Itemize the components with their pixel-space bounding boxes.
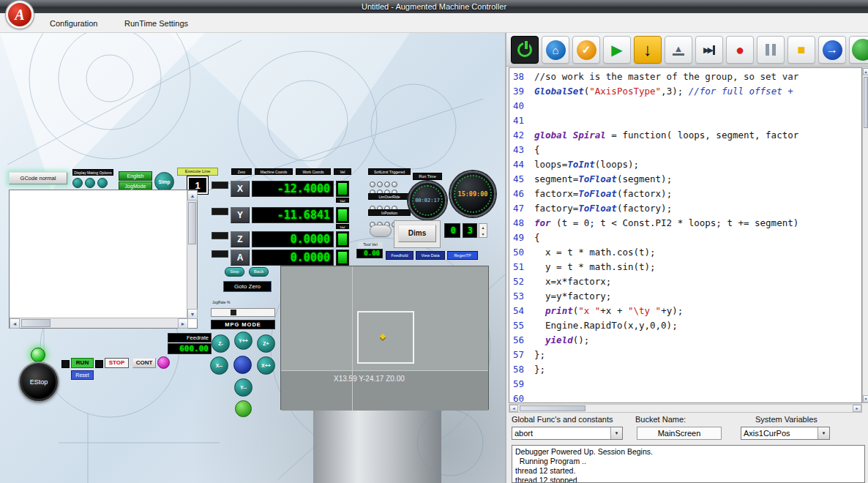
power-button[interactable] xyxy=(511,36,539,64)
scroll-left-icon[interactable]: ◄ xyxy=(509,405,518,412)
code-line[interactable]: 41 xyxy=(509,113,861,128)
code-line[interactable]: 40 xyxy=(509,99,861,113)
axis-zero-button[interactable] xyxy=(212,208,228,215)
goto-zero-button[interactable]: Goto Zero xyxy=(223,281,272,292)
sysvars-dropdown[interactable]: Axis1CurPos ▼ xyxy=(741,427,830,440)
toolpath-viewport[interactable]: X13.59 Y-24.17 Z0.00 xyxy=(280,266,489,410)
code-line[interactable]: 55 Engine.RapidTo(x,y,0,0); xyxy=(509,318,861,333)
next-button[interactable]: → xyxy=(818,36,846,64)
axis-x-button[interactable]: X xyxy=(231,181,250,197)
counter-spinner[interactable]: ▲▼ xyxy=(479,223,487,238)
scroll-down-icon[interactable]: ▼ xyxy=(863,395,868,402)
code-line[interactable]: 38//so work is the master of the group, … xyxy=(509,70,861,84)
slider-handle[interactable] xyxy=(231,310,236,315)
code-line[interactable]: 54 print("x "+x + "\ty "+y); xyxy=(509,304,861,318)
code-line[interactable]: 58}; xyxy=(509,362,861,377)
debugger-log[interactable]: Debugger Powered Up. Session Begins. Run… xyxy=(512,445,865,483)
code-line[interactable]: 48for (t = 0; t < Const.PI2 * loops; t +… xyxy=(509,216,861,231)
oval-button[interactable] xyxy=(370,225,392,237)
continue-button[interactable]: CONT xyxy=(132,358,156,368)
view-data-button[interactable]: View Data xyxy=(416,251,445,260)
jog-aux-button[interactable] xyxy=(235,400,252,417)
scroll-left-icon[interactable]: ◄ xyxy=(10,318,20,329)
scroll-up-icon[interactable]: ▲ xyxy=(863,68,868,75)
axis-y-button[interactable]: Y xyxy=(231,207,250,223)
run-button[interactable]: RUN xyxy=(71,358,94,368)
code-horizontal-scrollbar[interactable]: ◄ ► xyxy=(509,404,862,413)
stop-button[interactable]: STOP xyxy=(105,358,129,368)
code-line[interactable]: 47factory=ToFloat(factory); xyxy=(509,201,861,216)
axis-zero-button[interactable] xyxy=(212,232,228,239)
code-line[interactable]: 51 y = t * math.sin(t); xyxy=(509,260,861,274)
down-button[interactable]: ↓ xyxy=(634,36,662,64)
estop-button[interactable]: EStop xyxy=(20,363,58,401)
chevron-down-icon[interactable]: ▼ xyxy=(610,427,622,439)
dro-header-zero[interactable]: Zero xyxy=(231,168,252,175)
code-line[interactable]: 39GlobalSet("AxisPosType",3); //for full… xyxy=(509,84,861,99)
code-line[interactable]: 42global Spiral = function( loops, segme… xyxy=(509,128,861,143)
scrollbar-thumb[interactable] xyxy=(21,319,50,327)
scroll-down-icon[interactable]: ▼ xyxy=(187,309,198,319)
feedhold-button[interactable]: Feedhold xyxy=(386,251,414,260)
axis-z-button[interactable]: Z xyxy=(231,231,250,247)
scrollbar-thumb[interactable] xyxy=(520,405,585,411)
code-line[interactable]: 59 xyxy=(509,377,861,392)
code-line[interactable]: 57}; xyxy=(509,348,861,362)
code-line[interactable]: 60 xyxy=(509,392,861,403)
axis-zero-button[interactable] xyxy=(212,181,228,189)
jograte-slider[interactable] xyxy=(211,308,275,317)
code-line[interactable]: 49{ xyxy=(509,231,861,245)
bucket-name-button[interactable]: MainScreen xyxy=(637,427,722,440)
scroll-up-icon[interactable]: ▲ xyxy=(187,190,198,201)
code-line[interactable]: 45segment=ToFloat(segment); xyxy=(509,172,861,187)
jog-dial-icon[interactable] xyxy=(72,178,83,188)
menu-runtime-settings[interactable]: RunTime Settings xyxy=(120,18,192,29)
scroll-right-icon[interactable]: ► xyxy=(178,318,188,329)
skip-button[interactable]: ▶▶ xyxy=(695,36,723,64)
pause-button[interactable] xyxy=(757,36,785,64)
scrollbar-thumb[interactable] xyxy=(864,77,868,128)
code-line[interactable]: 53 y=y*factory; xyxy=(509,289,861,304)
extra-button[interactable] xyxy=(849,36,868,64)
jog-dial-icon[interactable] xyxy=(97,178,108,188)
feedrate-button[interactable]: Feedrate xyxy=(168,333,212,342)
code-line[interactable]: 43{ xyxy=(509,143,861,157)
title-bar[interactable]: Untitled - Augmented Machine Controller xyxy=(0,0,868,13)
jog-x-minus-button[interactable]: X-- xyxy=(210,356,228,375)
gcode-vertical-scrollbar[interactable]: ▲ ▼ xyxy=(187,190,197,319)
reset-button[interactable]: Reset xyxy=(71,370,94,380)
code-vertical-scrollbar[interactable]: ▲ ▼ xyxy=(862,67,868,403)
check-button[interactable]: ✓ xyxy=(572,36,600,64)
axis-a-button[interactable]: A xyxy=(231,250,250,266)
home-button[interactable]: ⌂ xyxy=(542,36,569,64)
gcode-horizontal-scrollbar[interactable]: ◄ ► xyxy=(10,318,188,328)
back-button[interactable]: Back xyxy=(249,267,269,277)
dro-header-machine-coords[interactable]: Machine Coords xyxy=(255,168,293,175)
record-button[interactable]: ● xyxy=(726,36,754,64)
jog-x-plus-button[interactable]: X++ xyxy=(257,356,275,375)
step-button[interactable]: Step xyxy=(225,267,244,277)
jog-z-minus-button[interactable]: Z- xyxy=(212,334,230,353)
jog-z-plus-button[interactable]: Z+ xyxy=(257,334,275,353)
scroll-right-icon[interactable]: ► xyxy=(853,405,861,412)
chevron-down-icon[interactable]: ▼ xyxy=(818,427,829,439)
axis-zero-button[interactable] xyxy=(212,250,228,258)
eject-button[interactable]: ▲ xyxy=(665,36,692,64)
code-line[interactable]: 46factorx=ToFloat(factorx); xyxy=(509,187,861,201)
jog-y-minus-button[interactable]: Y-- xyxy=(234,378,252,397)
code-line[interactable]: 56 yield(); xyxy=(509,333,861,348)
code-editor[interactable]: 38//so work is the master of the group, … xyxy=(509,67,862,403)
mpg-mode-label[interactable]: MPG MODE xyxy=(211,320,275,329)
scrollbar-thumb[interactable] xyxy=(188,202,196,244)
spin-down-icon[interactable]: ▼ xyxy=(482,232,485,236)
jog-dial-icon[interactable] xyxy=(85,178,95,188)
dro-header-work-coords[interactable]: Work Coords xyxy=(296,168,331,175)
code-line[interactable]: 50 x = t * math.cos(t); xyxy=(509,245,861,260)
runtime-button[interactable]: Run Time xyxy=(413,173,442,180)
code-line[interactable]: 44loops=ToInt(loops); xyxy=(509,157,861,172)
jog-center-button[interactable] xyxy=(233,356,252,374)
stop-button[interactable]: ■ xyxy=(787,36,815,64)
code-line[interactable]: 52 x=x*factorx; xyxy=(509,274,861,289)
gcode-mode-button[interactable]: GCode normal xyxy=(9,172,67,184)
simp-button[interactable]: Simp xyxy=(154,172,174,192)
